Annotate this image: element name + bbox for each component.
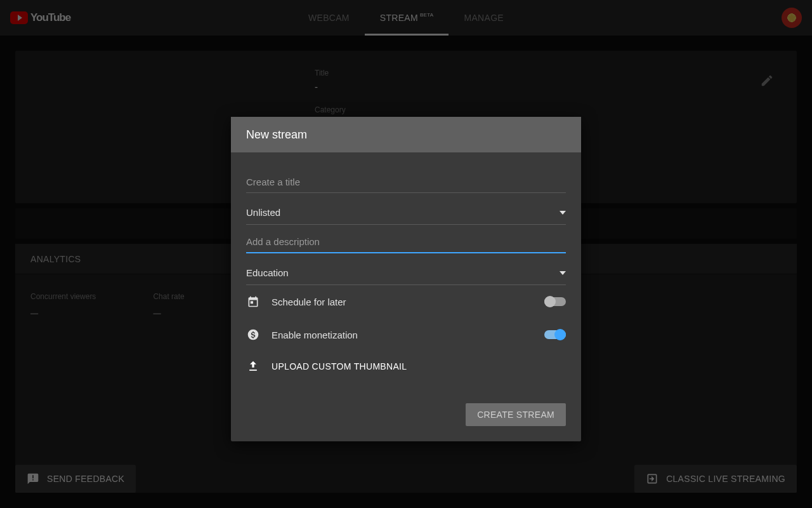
dollar-icon [246,328,260,341]
description-field [246,231,566,253]
title-field [246,171,566,193]
button-label: CREATE STREAM [477,410,554,420]
calendar-icon [246,295,260,308]
create-stream-button[interactable]: CREATE STREAM [466,403,566,426]
upload-icon [246,360,260,373]
schedule-toggle[interactable] [544,297,566,306]
upload-label: UPLOAD CUSTOM THUMBNAIL [272,361,407,371]
select-value: Education [246,267,289,278]
chevron-down-icon [560,211,566,215]
chevron-down-icon [560,271,566,275]
category-select[interactable]: Education [246,261,566,285]
monetization-toggle[interactable] [544,330,566,339]
new-stream-dialog: New stream Unlisted Education Schedule f… [231,117,581,441]
monetization-label: Enable monetization [272,330,533,340]
schedule-label: Schedule for later [272,297,533,307]
monetization-row: Enable monetization [246,318,566,351]
privacy-select[interactable]: Unlisted [246,201,566,225]
select-value: Unlisted [246,207,280,218]
dialog-title: New stream [231,117,581,152]
schedule-row: Schedule for later [246,285,566,318]
stream-title-input[interactable] [246,171,566,193]
upload-thumbnail-button[interactable]: UPLOAD CUSTOM THUMBNAIL [246,351,566,382]
modal-overlay[interactable]: New stream Unlisted Education Schedule f… [0,0,812,508]
stream-description-input[interactable] [246,231,566,253]
